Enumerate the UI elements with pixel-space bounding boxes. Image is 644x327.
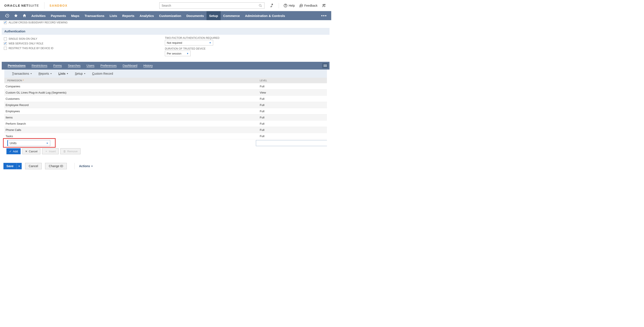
svg-point-5	[301, 5, 302, 5]
permission-cell: Custom GL Lines Plug-in Audit Log (Segme…	[4, 91, 258, 94]
feedback-button[interactable]: Feedback	[298, 3, 318, 8]
checkbox-label: WEB SERVICES ONLY ROLE	[8, 42, 43, 45]
subtab-preferences[interactable]: Preferences	[98, 64, 120, 67]
recent-icon[interactable]	[3, 13, 12, 18]
nav-activities[interactable]: Activities	[29, 11, 48, 20]
required-star: *	[23, 79, 24, 82]
table-row[interactable]: Phone CallsFull	[4, 127, 327, 133]
nav-payments[interactable]: Payments	[48, 11, 69, 20]
checkbox[interactable]	[4, 42, 7, 45]
subtab-restrictions[interactable]: Restrictions	[28, 64, 50, 67]
nav-lists[interactable]: Lists	[107, 11, 120, 20]
expand-icon[interactable]	[269, 2, 275, 8]
col-level-label: LEVEL	[258, 79, 327, 82]
favorites-icon[interactable]	[12, 13, 20, 18]
level-cell: Full	[258, 116, 327, 119]
tfa-value: Not required	[167, 41, 182, 44]
add-label: Add	[13, 150, 18, 153]
save-button[interactable]: Save	[4, 163, 16, 169]
table-row[interactable]: Employee RecordFull	[4, 102, 327, 108]
subtab-forms[interactable]: Forms	[50, 64, 65, 67]
subtab-users[interactable]: Users	[84, 64, 98, 67]
expand-tabs-icon[interactable]	[322, 63, 328, 68]
nav-administration-controls[interactable]: Administration & Controls	[242, 11, 288, 20]
bottom-actions: Save ▼ Cancel Change ID Actions ▼	[2, 163, 330, 169]
table-row[interactable]: CustomersFull	[4, 96, 327, 102]
subsubtab-custom-record[interactable]: Custom Record	[89, 72, 116, 75]
permission-cell: Customers	[4, 97, 258, 100]
roles-icon[interactable]	[321, 2, 327, 8]
cancel-button[interactable]: Cancel	[25, 163, 42, 169]
permission-cell: Perform Search	[4, 122, 258, 125]
svg-point-8	[324, 4, 325, 5]
chevron-down-icon: ▼	[91, 165, 93, 167]
help-button[interactable]: Help	[283, 3, 296, 8]
authentication-section-header: Authentication	[2, 28, 330, 35]
cancel-row-button[interactable]: ✕ Cancel	[22, 148, 40, 154]
svg-point-3	[285, 6, 286, 6]
logo-oracle: ORACLE	[4, 4, 20, 7]
global-search[interactable]	[159, 2, 264, 9]
level-cell: Full	[258, 97, 327, 100]
table-row[interactable]: Perform SearchFull	[4, 121, 327, 127]
nav-transactions[interactable]: Transactions	[82, 11, 107, 20]
subsubtab-transactions[interactable]: Transactions •	[8, 72, 35, 75]
table-row[interactable]: CompaniesFull	[4, 83, 327, 89]
save-button-group: Save ▼	[4, 163, 22, 169]
add-button[interactable]: ✓ Add	[6, 148, 20, 154]
subtab-dashboard[interactable]: Dashboard	[120, 64, 140, 67]
permission-cell: Companies	[4, 85, 258, 88]
subsubtab-lists[interactable]: Lists •	[55, 72, 71, 75]
subsub-bar: Transactions •Reports •Lists •Setup •Cus…	[4, 69, 327, 78]
actions-menu[interactable]: Actions ▼	[74, 163, 93, 169]
chevron-down-icon: ▼	[186, 52, 189, 55]
auth-option-row: RESTRICT THIS ROLE BY DEVICE ID	[2, 46, 165, 51]
subsubtab-setup[interactable]: Setup •	[72, 72, 89, 75]
search-input[interactable]	[162, 4, 259, 7]
nav-documents[interactable]: Documents	[184, 11, 206, 20]
svg-point-4	[300, 5, 301, 5]
level-cell: Full	[258, 122, 327, 125]
subsubtab-reports[interactable]: Reports •	[35, 72, 55, 75]
save-menu-button[interactable]: ▼	[16, 163, 22, 169]
table-row[interactable]: EmployeesFull	[4, 108, 327, 114]
change-id-button[interactable]: Change ID	[45, 163, 67, 169]
permission-cell: Employee Record	[4, 103, 258, 107]
subtab-history[interactable]: History	[140, 64, 156, 67]
cross-subsidiary-checkbox[interactable]	[4, 21, 7, 24]
home-icon[interactable]	[20, 13, 29, 18]
level-cell: Full	[258, 85, 327, 88]
logo: ORACLE NETSUITE	[4, 4, 39, 7]
table-row[interactable]: Custom GL Lines Plug-in Audit Log (Segme…	[4, 89, 327, 96]
svg-point-6	[302, 5, 302, 5]
remove-button: 🗑 Remove	[60, 148, 80, 154]
table-row[interactable]: TasksFull	[4, 133, 327, 139]
nav-reports[interactable]: Reports	[120, 11, 137, 20]
duration-dropdown[interactable]: Per session ▼	[165, 51, 190, 56]
permission-cell: Tasks	[4, 135, 258, 138]
checkbox[interactable]	[4, 47, 7, 50]
checkbox-label: RESTRICT THIS ROLE BY DEVICE ID	[8, 47, 54, 50]
nav-maps[interactable]: Maps	[69, 11, 82, 20]
nav-analytics[interactable]: Analytics	[137, 11, 156, 20]
help-label: Help	[289, 4, 295, 7]
subtab-permissions[interactable]: Permissions	[5, 64, 28, 67]
tfa-dropdown[interactable]: Not required ▼	[165, 40, 213, 45]
checkbox[interactable]	[4, 37, 7, 40]
table-header: PERMISSION * LEVEL	[4, 78, 327, 83]
search-icon[interactable]	[259, 4, 262, 7]
chevron-down-icon: ▼	[209, 42, 211, 44]
nav-customization[interactable]: Customization	[156, 11, 184, 20]
svg-point-0	[259, 4, 261, 6]
table-row[interactable]: ItemsFull	[4, 114, 327, 121]
permission-select[interactable]: Units ▼	[7, 140, 50, 146]
close-icon: ✕	[25, 150, 28, 153]
insert-button: ＋ Insert	[42, 148, 59, 154]
nav-setup[interactable]: Setup	[206, 11, 221, 20]
main-nav: ActivitiesPaymentsMapsTransactionsListsR…	[0, 11, 331, 20]
subtab-searches[interactable]: Searches	[65, 64, 84, 67]
nav-more-icon[interactable]: •••	[321, 13, 327, 18]
header-actions: Help Feedback	[269, 2, 327, 8]
level-select-empty[interactable]	[256, 140, 327, 146]
nav-commerce[interactable]: Commerce	[221, 11, 242, 20]
